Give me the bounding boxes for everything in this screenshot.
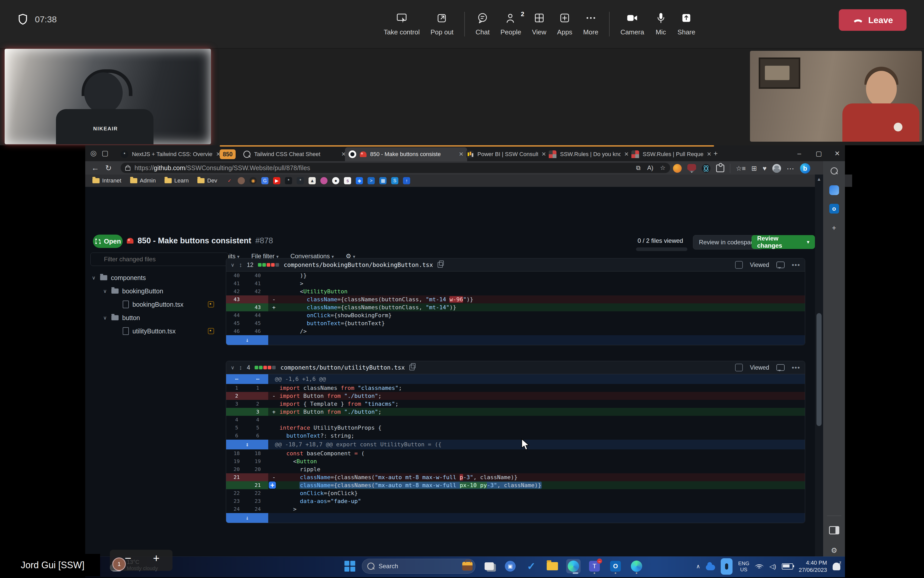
file-menu-icon[interactable]: ••• — [792, 364, 800, 372]
bookmark-favicon-sphere[interactable] — [320, 177, 328, 184]
add-comment-button[interactable]: + — [269, 482, 276, 489]
new-line-number[interactable]: 23 — [247, 497, 268, 505]
old-line-number[interactable]: 20 — [226, 465, 247, 473]
bookmark-favicon-azure-arrow[interactable]: > — [367, 177, 375, 184]
old-line-number[interactable]: 18 — [226, 450, 247, 457]
edge-app-icon[interactable] — [566, 559, 581, 573]
tree-item-bookingbutton-tsx[interactable]: bookingButton.tsx — [87, 298, 221, 311]
comment-icon[interactable] — [776, 261, 784, 268]
battery-icon[interactable] — [782, 563, 793, 570]
leave-button[interactable]: Leave — [839, 9, 906, 31]
new-line-number[interactable]: 40 — [247, 271, 268, 279]
presenter-mini-avatar[interactable]: 1 — [112, 557, 126, 571]
expand-all-icon[interactable]: ↕ — [239, 364, 242, 371]
new-line-number[interactable]: 20 — [247, 465, 268, 473]
old-line-number[interactable]: 23 — [226, 497, 247, 505]
diff-expand-button[interactable]: ↓ — [226, 513, 268, 523]
old-line-number[interactable]: 21 — [226, 473, 247, 481]
browser-tab-6[interactable]: SSW.Rules | Pull Request - Do yo✕ — [628, 147, 715, 161]
bookmark-favicon-flame-orange[interactable]: ◉ — [250, 177, 257, 184]
collapse-chevron-icon[interactable]: ∨ — [231, 262, 235, 268]
scrollbar-thumb[interactable] — [817, 313, 822, 426]
diff-expand-button[interactable]: ↓ — [226, 335, 268, 345]
meeting-chat-button[interactable]: Chat — [476, 12, 490, 36]
old-line-number[interactable]: 41 — [226, 279, 247, 287]
language-indicator[interactable]: ENGUS — [738, 560, 749, 573]
scroll-up-arrow[interactable]: ▲ — [817, 177, 821, 182]
collapse-chevron-icon[interactable]: ∨ — [231, 364, 235, 371]
bookmark-folder-dev[interactable]: Dev — [197, 177, 217, 184]
page-scrollbar[interactable]: ▲ — [815, 175, 823, 557]
tree-item-button[interactable]: ∨button — [87, 311, 221, 325]
adblock-extension-icon[interactable]: 11 — [687, 164, 696, 173]
meeting-more-button[interactable]: More — [583, 12, 598, 36]
new-line-number[interactable] — [247, 295, 268, 304]
old-line-number[interactable]: 6 — [226, 432, 247, 440]
participant-video-presenter[interactable]: NIKEAIR — [5, 49, 211, 144]
sidebar-add-icon[interactable]: + — [828, 222, 840, 234]
task-view-button[interactable] — [482, 559, 496, 573]
bookmark-favicon-openai-dark[interactable]: * — [297, 177, 304, 184]
diff-file-path[interactable]: components/button/utilityButton.tsx — [280, 364, 405, 371]
diff-expand-button[interactable]: ⋯⋯ — [226, 374, 268, 384]
sidebar-search-icon[interactable] — [828, 165, 840, 177]
diff-expand-button[interactable]: ↕ — [226, 440, 268, 450]
clock[interactable]: 4:40 PM 27/06/2023 — [799, 559, 827, 574]
old-line-number[interactable] — [226, 481, 247, 489]
window-close-button[interactable]: ✕ — [830, 148, 845, 159]
bookmark-favicon-sail[interactable]: ▲ — [309, 177, 316, 184]
bookmark-favicon-google[interactable]: G — [261, 177, 268, 184]
tree-item-components[interactable]: ∨components — [87, 271, 221, 284]
chevron-down-icon[interactable]: ∨ — [102, 315, 108, 321]
profile-avatar[interactable] — [772, 164, 781, 173]
bookmark-folder-intranet[interactable]: Intranet — [93, 177, 122, 184]
browser-tab-2[interactable]: Tailwind CSS Cheat Sheet✕ — [240, 147, 349, 161]
expand-all-icon[interactable]: ↕ — [239, 261, 242, 268]
old-line-number[interactable] — [226, 304, 247, 311]
meeting-camera-button[interactable]: Camera — [620, 12, 644, 36]
bookmark-favicon-trello[interactable]: ▦ — [379, 177, 386, 184]
new-line-number[interactable]: 21 — [247, 481, 268, 489]
extensions-icon[interactable] — [716, 164, 724, 172]
browser-tab-3[interactable]: 850 - Make buttons consiste✕ — [345, 147, 467, 161]
old-line-number[interactable]: 40 — [226, 271, 247, 279]
refresh-button[interactable]: ↻ — [105, 164, 112, 172]
new-line-number[interactable]: 46 — [247, 327, 268, 335]
meeting-view-button[interactable]: View — [532, 12, 546, 36]
sidebar-settings-gear[interactable]: ⚙ — [828, 545, 840, 556]
browser-tab-4[interactable]: Power BI | SSW Consulting - Syd✕ — [463, 147, 550, 161]
camera-app-icon[interactable]: ▣ — [503, 559, 518, 573]
old-line-number[interactable]: 2 — [226, 392, 247, 400]
zoom-in-button[interactable]: + — [153, 552, 160, 565]
new-line-number[interactable]: 2 — [247, 400, 268, 408]
new-line-number[interactable]: 22 — [247, 489, 268, 497]
bookmark-favicon-github[interactable]: ● — [332, 177, 339, 184]
collections-icon[interactable]: ⊞ — [751, 164, 757, 172]
old-line-number[interactable]: 45 — [226, 319, 247, 327]
old-line-number[interactable]: 4 — [226, 416, 247, 424]
split-screen-icon[interactable]: ⧉ — [636, 164, 640, 171]
old-line-number[interactable]: 44 — [226, 311, 247, 319]
browser-tab-1[interactable]: *NextJS + Tailwind CSS: Overview✕ — [117, 147, 224, 161]
bookmark-folder-admin[interactable]: Admin — [130, 177, 156, 184]
favorite-star-icon[interactable]: ☆ — [660, 164, 666, 171]
meeting-people-button[interactable]: 2People — [500, 12, 521, 36]
file-explorer-icon[interactable] — [545, 559, 560, 573]
new-line-number[interactable]: 41 — [247, 279, 268, 287]
meeting-share-button[interactable]: Share — [677, 12, 695, 36]
new-line-number[interactable]: 3 — [247, 408, 268, 416]
wifi-icon[interactable] — [755, 563, 763, 570]
onedrive-icon[interactable] — [706, 565, 715, 570]
new-line-number[interactable]: 42 — [247, 287, 268, 295]
favorites-icon[interactable]: ☆≡ — [736, 164, 745, 172]
old-line-number[interactable]: 43 — [226, 295, 247, 304]
tree-item-bookingbutton[interactable]: ∨bookingButton — [87, 284, 221, 298]
old-line-number[interactable]: 46 — [226, 327, 247, 335]
react-devtools-icon[interactable] — [702, 164, 710, 173]
copy-path-icon[interactable] — [409, 365, 414, 370]
old-line-number[interactable]: 19 — [226, 457, 247, 465]
old-line-number[interactable]: 22 — [226, 489, 247, 497]
sidebar-designer-icon[interactable] — [829, 185, 839, 195]
tree-item-utilitybutton-tsx[interactable]: utilityButton.tsx — [87, 325, 221, 338]
viewed-checkbox[interactable] — [735, 261, 743, 269]
